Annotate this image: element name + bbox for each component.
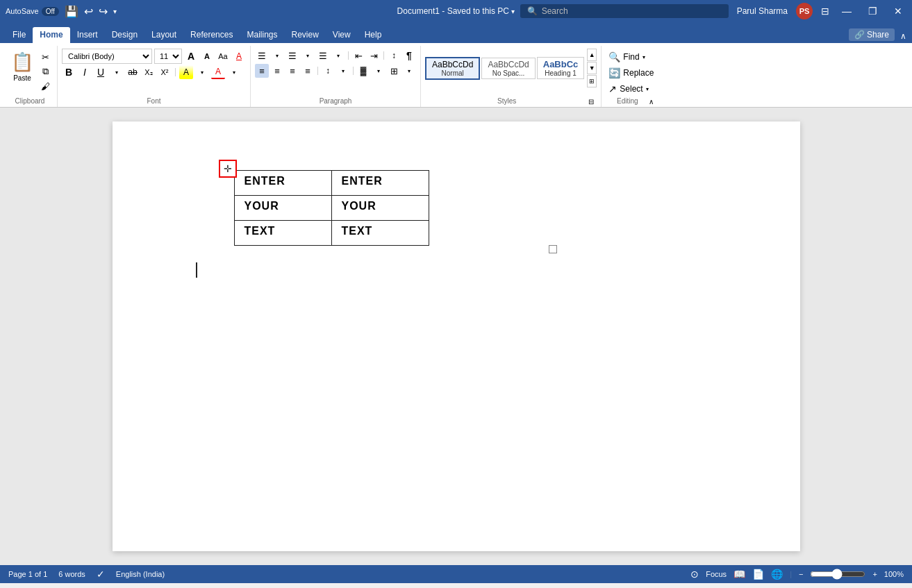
table-row[interactable]: TEXT TEXT [234, 221, 429, 246]
underline-button[interactable]: U [94, 65, 108, 79]
multilevel-button[interactable]: ☰ [316, 49, 330, 62]
select-button[interactable]: ↗ Select ▾ [606, 82, 651, 96]
find-dropdown[interactable]: ▾ [642, 54, 645, 60]
table-move-handle[interactable]: ✛ [219, 160, 237, 178]
web-layout-icon[interactable]: 🌐 [771, 569, 783, 580]
justify-button[interactable]: ≡ [301, 64, 315, 78]
style-heading1-card[interactable]: AaBbCc Heading 1 [537, 57, 585, 79]
tab-file[interactable]: File [6, 27, 33, 43]
tab-insert[interactable]: Insert [70, 27, 105, 43]
font-color-button[interactable]: A [211, 65, 225, 79]
table-cell-0-0[interactable]: ENTER [234, 171, 331, 196]
borders-button[interactable]: ⊞ [387, 64, 401, 78]
show-marks-button[interactable]: ¶ [402, 49, 416, 62]
sort-button[interactable]: ↕ [387, 49, 401, 62]
cut-button[interactable]: ✂ [38, 50, 53, 64]
change-case-button[interactable]: Aa [216, 49, 230, 63]
font-family-select[interactable]: Calibri (Body) [62, 49, 152, 64]
document-page[interactable]: ✛ ENTER ENTER YOUR YOUR TEXT TEXT [113, 121, 800, 551]
focus-label[interactable]: Focus [706, 570, 727, 578]
font-grow-button[interactable]: A [184, 49, 198, 63]
redo-icon[interactable]: ↪ [99, 5, 108, 18]
table-cell-2-1[interactable]: TEXT [331, 221, 429, 246]
table-resize-handle[interactable] [549, 245, 557, 253]
table-row[interactable]: ENTER ENTER [234, 171, 429, 196]
tab-help[interactable]: Help [358, 27, 389, 43]
table-row[interactable]: YOUR YOUR [234, 196, 429, 221]
styles-scroll-up[interactable]: ▲ [587, 49, 597, 61]
bold-button[interactable]: B [62, 65, 76, 79]
zoom-level[interactable]: 100% [884, 570, 904, 578]
tab-review[interactable]: Review [284, 27, 325, 43]
style-nospace-card[interactable]: AaBbCcDd No Spac... [481, 58, 535, 79]
tab-layout[interactable]: Layout [144, 27, 183, 43]
autosave-toggle[interactable]: Off [42, 7, 59, 16]
borders-dropdown[interactable]: ▾ [402, 64, 416, 78]
styles-scroll-down[interactable]: ▼ [587, 62, 597, 74]
bullets-button[interactable]: ☰ [255, 49, 269, 62]
share-button[interactable]: 🔗 Share [849, 28, 895, 41]
styles-expand-icon[interactable]: ⊟ [588, 98, 597, 106]
undo-icon[interactable]: ↩ [84, 5, 93, 18]
italic-button[interactable]: I [78, 65, 92, 79]
line-spacing-button[interactable]: ↕ [321, 64, 335, 78]
dropdown-u[interactable]: ▾ [110, 65, 124, 79]
quick-access-dropdown-icon[interactable]: ▾ [113, 8, 117, 15]
paste-button[interactable]: 📋 Paste [7, 49, 38, 85]
numbering-dropdown[interactable]: ▾ [301, 49, 315, 62]
tab-references[interactable]: References [183, 27, 240, 43]
table-cell-1-0[interactable]: YOUR [234, 196, 331, 221]
zoom-slider[interactable] [810, 569, 865, 580]
close-button[interactable]: ✕ [890, 4, 906, 18]
line-spacing-dropdown[interactable]: ▾ [336, 64, 350, 78]
tab-home[interactable]: Home [33, 27, 69, 43]
user-avatar[interactable]: PS [796, 3, 813, 19]
subscript-button[interactable]: X₂ [142, 65, 156, 79]
read-mode-icon[interactable]: 📖 [733, 569, 745, 580]
highlight-button[interactable]: A [179, 65, 193, 79]
table-cell-1-1[interactable]: YOUR [331, 196, 429, 221]
copy-button[interactable]: ⧉ [38, 65, 53, 78]
ribbon-collapse-icon[interactable]: ∧ [900, 31, 906, 41]
print-layout-icon[interactable]: 📄 [752, 569, 764, 580]
clear-format-button[interactable]: A [232, 49, 246, 63]
decrease-indent-button[interactable]: ⇤ [351, 49, 365, 62]
numbering-button[interactable]: ☰ [285, 49, 299, 62]
dropdown-fontcolor[interactable]: ▾ [227, 65, 241, 79]
tab-view[interactable]: View [326, 27, 358, 43]
bullets-dropdown[interactable]: ▾ [270, 49, 284, 62]
document-table[interactable]: ENTER ENTER YOUR YOUR TEXT TEXT [234, 170, 429, 246]
shading-button[interactable]: ▓ [356, 64, 370, 78]
style-normal-card[interactable]: AaBbCcDd Normal [425, 57, 480, 80]
format-painter-button[interactable]: 🖌 [38, 79, 53, 93]
search-bar[interactable]: 🔍 Search [520, 4, 729, 18]
dropdown-highlight[interactable]: ▾ [195, 65, 209, 79]
minimize-button[interactable]: — [838, 4, 856, 18]
ribbon-toggle-icon[interactable]: ⊟ [821, 6, 829, 17]
zoom-decrease[interactable]: − [799, 570, 803, 578]
language[interactable]: English (India) [116, 570, 165, 578]
strikethrough-button[interactable]: ab [126, 65, 140, 79]
superscript-button[interactable]: X² [158, 65, 172, 79]
tab-mailings[interactable]: Mailings [240, 27, 284, 43]
doc-title-dropdown[interactable]: ▾ [511, 8, 515, 15]
select-dropdown[interactable]: ▾ [646, 86, 649, 92]
save-icon[interactable]: 💾 [65, 5, 78, 18]
align-left-button[interactable]: ≡ [255, 64, 269, 78]
multilevel-dropdown[interactable]: ▾ [331, 49, 345, 62]
autosave-control[interactable]: AutoSave Off [6, 7, 59, 16]
editing-expand-icon[interactable]: ∧ [649, 98, 656, 106]
replace-button[interactable]: 🔄 Replace [606, 66, 656, 80]
font-shrink-button[interactable]: A [200, 49, 214, 63]
increase-indent-button[interactable]: ⇥ [367, 49, 381, 62]
shading-dropdown[interactable]: ▾ [372, 64, 385, 78]
language-check-icon[interactable]: ✓ [97, 569, 105, 580]
table-cell-0-1[interactable]: ENTER [331, 171, 429, 196]
restore-button[interactable]: ❐ [864, 4, 881, 18]
find-button[interactable]: 🔍 Find ▾ [606, 50, 647, 64]
tab-design[interactable]: Design [105, 27, 144, 43]
font-size-select[interactable]: 11 [154, 49, 182, 64]
table-cell-2-0[interactable]: TEXT [234, 221, 331, 246]
zoom-increase[interactable]: + [872, 570, 877, 578]
styles-expand[interactable]: ⊞ [587, 75, 597, 87]
